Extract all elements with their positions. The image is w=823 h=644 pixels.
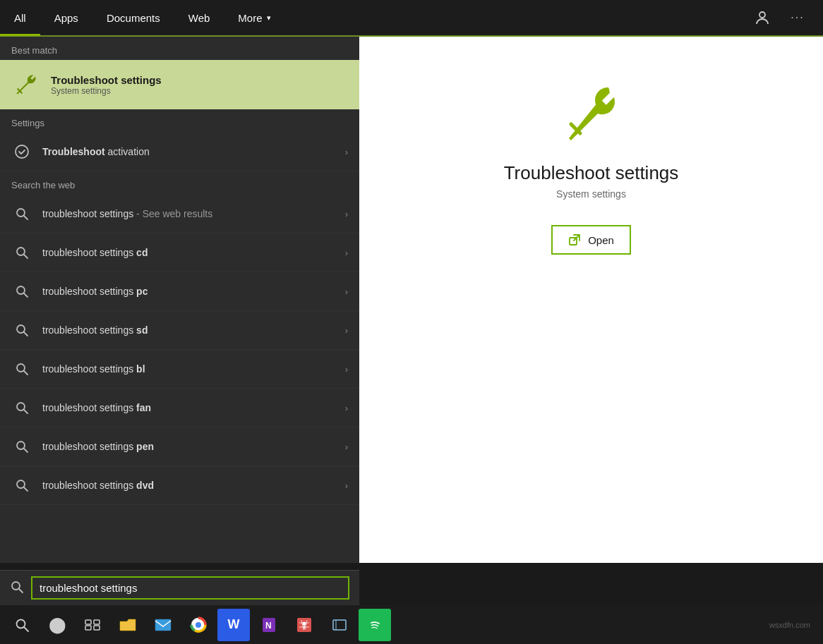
svg-line-11 xyxy=(24,371,28,375)
taskbar-search[interactable] xyxy=(6,609,38,641)
svg-rect-27 xyxy=(94,626,100,630)
svg-point-16 xyxy=(17,480,25,488)
tab-all[interactable]: All xyxy=(0,0,40,36)
tab-documents[interactable]: Documents xyxy=(92,0,174,36)
chevron-right-icon-5: › xyxy=(345,325,348,336)
svg-line-5 xyxy=(24,255,28,258)
taskbar-explorer[interactable] xyxy=(112,609,144,641)
taskbar-spotify[interactable] xyxy=(359,609,391,641)
web-pen-text: troubleshoot settings pen xyxy=(42,441,345,452)
chevron-right-icon-8: › xyxy=(345,442,348,452)
tab-apps[interactable]: Apps xyxy=(40,0,92,36)
svg-text:N: N xyxy=(265,621,272,631)
svg-point-30 xyxy=(196,622,201,628)
svg-line-13 xyxy=(24,410,28,413)
list-item-web-dvd[interactable]: troubleshoot settings dvd › xyxy=(0,466,359,505)
right-panel-title: Troubleshoot settings xyxy=(504,162,679,184)
troubleshoot-activation-text: Troubleshoot activation xyxy=(42,146,345,157)
svg-point-12 xyxy=(17,403,25,411)
right-panel: Troubleshoot settings System settings Op… xyxy=(359,37,823,563)
svg-point-1 xyxy=(16,145,28,158)
search-input[interactable] xyxy=(31,576,349,600)
search-icon-6 xyxy=(11,397,32,418)
web-dvd-text: troubleshoot settings dvd xyxy=(42,480,345,491)
top-nav: All Apps Documents Web More ▾ ··· xyxy=(0,0,823,37)
svg-point-20 xyxy=(12,582,20,590)
svg-line-3 xyxy=(24,216,28,219)
watermark: wsxdfn.com xyxy=(769,621,817,629)
search-icon-4 xyxy=(11,320,32,341)
chevron-right-icon-6: › xyxy=(345,364,348,375)
right-panel-subtitle: System settings xyxy=(556,188,626,200)
search-icon-3 xyxy=(11,281,32,302)
chevron-right-icon-4: › xyxy=(345,286,348,297)
taskbar-chrome[interactable] xyxy=(182,609,215,641)
search-icon-2 xyxy=(11,242,32,263)
user-icon[interactable] xyxy=(748,4,776,32)
svg-line-23 xyxy=(24,627,28,631)
search-web-label: Search the web xyxy=(0,171,359,195)
svg-line-17 xyxy=(24,487,28,491)
svg-point-10 xyxy=(17,364,25,372)
list-item-web-cd[interactable]: troubleshoot settings cd › xyxy=(0,233,359,272)
svg-line-21 xyxy=(19,589,23,593)
best-match-text: Troubleshoot settings System settings xyxy=(51,74,162,96)
svg-point-2 xyxy=(17,209,25,217)
taskbar-disk[interactable] xyxy=(323,609,356,641)
chevron-right-icon-3: › xyxy=(345,248,348,258)
tab-more[interactable]: More ▾ xyxy=(224,0,284,36)
svg-line-15 xyxy=(24,449,28,452)
tab-web[interactable]: Web xyxy=(174,0,224,36)
taskbar-onenote[interactable]: N xyxy=(253,609,285,641)
search-icon-1 xyxy=(11,203,32,224)
svg-rect-35 xyxy=(333,620,346,630)
chevron-right-icon: › xyxy=(345,147,348,157)
best-match-subtitle: System settings xyxy=(51,86,162,96)
search-icon-7 xyxy=(11,436,32,457)
best-match-item[interactable]: Troubleshoot settings System settings xyxy=(0,60,359,109)
settings-label: Settings xyxy=(0,109,359,133)
list-item-web-bl[interactable]: troubleshoot settings bl › xyxy=(0,350,359,389)
list-item-web-pen[interactable]: troubleshoot settings pen › xyxy=(0,427,359,466)
svg-rect-28 xyxy=(155,619,171,631)
list-item-web-fan[interactable]: troubleshoot settings fan › xyxy=(0,389,359,427)
list-item-web-see[interactable]: troubleshoot settings - See web results … xyxy=(0,195,359,233)
web-cd-text: troubleshoot settings cd xyxy=(42,247,345,258)
best-match-title: Troubleshoot settings xyxy=(51,74,162,86)
web-sd-text: troubleshoot settings sd xyxy=(42,324,345,336)
main-area: Best match Troubleshoot settings System … xyxy=(0,37,823,563)
web-pc-text: troubleshoot settings pc xyxy=(42,286,345,297)
left-panel: Best match Troubleshoot settings System … xyxy=(0,37,359,563)
list-item-web-pc[interactable]: troubleshoot settings pc › xyxy=(0,272,359,311)
taskbar-maps[interactable] xyxy=(288,609,320,641)
more-options-icon[interactable]: ··· xyxy=(783,4,812,32)
open-button[interactable]: Open xyxy=(551,225,631,255)
web-fan-text: troubleshoot settings fan xyxy=(42,402,345,413)
chevron-right-icon-9: › xyxy=(345,480,348,491)
chevron-down-icon: ▾ xyxy=(267,13,271,23)
svg-point-6 xyxy=(17,286,25,294)
svg-rect-26 xyxy=(85,626,91,630)
best-match-label: Best match xyxy=(0,37,359,60)
svg-point-14 xyxy=(17,442,25,449)
search-icon-5 xyxy=(11,358,32,379)
external-link-icon xyxy=(568,233,581,246)
svg-rect-25 xyxy=(94,620,100,624)
web-see-text: troubleshoot settings - See web results xyxy=(42,208,345,219)
svg-line-9 xyxy=(24,332,28,336)
circle-check-icon xyxy=(11,141,32,162)
chevron-right-icon-7: › xyxy=(345,403,348,413)
search-bar xyxy=(0,570,359,605)
svg-point-4 xyxy=(17,248,25,255)
search-bar-icon xyxy=(10,580,24,597)
taskbar-taskview[interactable] xyxy=(76,609,109,641)
taskbar-mail[interactable] xyxy=(147,609,179,641)
taskbar-word[interactable]: W xyxy=(217,609,250,641)
right-panel-icon xyxy=(560,79,623,145)
taskbar-cortana[interactable]: ⬤ xyxy=(41,609,73,641)
web-bl-text: troubleshoot settings bl xyxy=(42,363,345,375)
list-item-web-sd[interactable]: troubleshoot settings sd › xyxy=(0,311,359,350)
svg-rect-24 xyxy=(85,620,91,624)
nav-right-icons: ··· xyxy=(748,4,823,32)
list-item-troubleshoot-activation[interactable]: Troubleshoot activation › xyxy=(0,133,359,171)
